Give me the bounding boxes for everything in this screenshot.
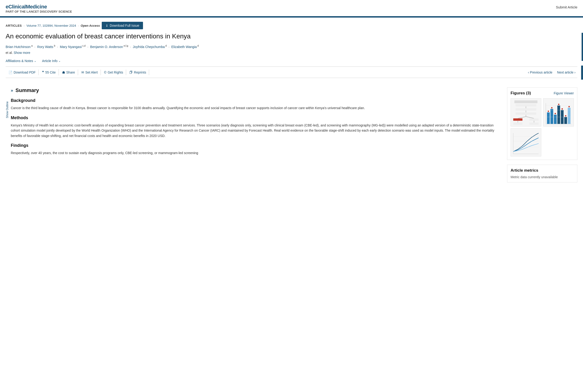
author-mary-nyangasi[interactable]: Mary Nyangasi	[60, 45, 82, 49]
svg-point-29	[558, 104, 559, 105]
toggles-row: Affiliations & Notes ⌄ Article Info ⌄	[6, 59, 577, 63]
chevron-right-icon: ›	[574, 70, 575, 74]
svg-point-26	[548, 111, 549, 112]
figure-2-thumb[interactable]	[543, 98, 574, 126]
svg-rect-19	[547, 112, 550, 124]
get-rights-label: Get Rights	[108, 70, 123, 74]
metrics-panel: Article metrics Metric data currently un…	[507, 164, 577, 182]
findings-heading: Findings	[11, 143, 501, 148]
brand-subtitle: Part of THE LANCET Discovery Science	[6, 10, 72, 13]
figure-2-svg	[543, 98, 574, 126]
figure-1-thumb[interactable]	[511, 98, 541, 126]
svg-rect-1	[514, 100, 537, 103]
download-pdf-button[interactable]: 📄 Download PDF	[6, 70, 39, 75]
reprints-icon: 🗍	[129, 70, 133, 74]
meta-open-access: Open Access	[81, 24, 100, 28]
author-joyfrida-chepchumba[interactable]: Joyfrida Chepchumba	[133, 45, 165, 49]
next-article-button[interactable]: Next article ›	[555, 70, 577, 75]
author-sep-5: ·	[169, 45, 170, 49]
rights-icon: ©	[104, 70, 106, 74]
affiliations-notes-toggle[interactable]: Affiliations & Notes ⌄	[6, 59, 36, 63]
svg-rect-24	[564, 117, 567, 124]
author-rory-watts[interactable]: Rory Watts	[37, 45, 54, 49]
meta-articles-label: ARTICLES	[6, 24, 22, 28]
reprints-button[interactable]: 🗍 Reprints	[127, 70, 149, 75]
findings-section: Findings Respectively, over 40 years, th…	[11, 143, 501, 156]
author-sup-2: b	[53, 44, 55, 47]
author-sep-3: ·	[87, 45, 89, 49]
figure-3-svg	[511, 128, 541, 156]
figures-panel: Figures (3) Figure Viewer	[507, 87, 577, 160]
author-benjamin-anderson[interactable]: Benjamin O. Anderson	[90, 45, 123, 49]
show-more-authors-link[interactable]: Show more	[14, 51, 30, 54]
meta-row: ARTICLES · Volume 77, 102894, November 2…	[6, 22, 577, 29]
expand-icon: »	[11, 88, 13, 93]
figure-3-thumb[interactable]	[511, 128, 541, 156]
side-tab	[581, 66, 583, 80]
previous-article-button[interactable]: ‹ Previous article	[526, 70, 554, 75]
metrics-unavailable-text: Metric data currently unavailable	[511, 175, 574, 179]
figures-title: Figures (3)	[511, 91, 531, 96]
brand-subtitle-italic: Discovery Science	[39, 10, 72, 13]
share-icon: ☗	[62, 70, 65, 74]
meta-dot-1: ·	[24, 24, 25, 28]
findings-text: Respectively, over 40 years, the cost to…	[11, 150, 501, 156]
summary-title: Summary	[16, 87, 39, 94]
author-sup-3: c,d	[82, 44, 86, 47]
article-info-toggle[interactable]: Article Info ⌄	[42, 59, 61, 63]
page-header: eClinicalMedicine Part of THE LANCET Dis…	[0, 0, 583, 17]
share-button[interactable]: ☗ Share	[59, 70, 78, 75]
pdf-icon: 📄	[9, 70, 13, 74]
svg-rect-25	[568, 108, 570, 124]
svg-rect-21	[554, 115, 557, 124]
share-label: Share	[66, 70, 75, 74]
svg-rect-4	[515, 108, 536, 111]
brand-subtitle-pre: Part of	[6, 10, 20, 13]
author-elizabeth-wangia[interactable]: Elizabeth Wangia	[171, 45, 197, 49]
show-outline-button[interactable]: Show Outline	[6, 102, 9, 118]
author-sup-4: e,f,g	[123, 44, 128, 47]
svg-point-30	[561, 108, 563, 110]
svg-rect-6	[515, 112, 536, 115]
metrics-title: Article metrics	[511, 168, 574, 173]
background-heading: Background	[11, 98, 501, 103]
author-sup-1: a	[31, 44, 33, 47]
article-info-label: Article Info	[42, 59, 58, 63]
figure-1-svg	[511, 98, 541, 126]
meta-volume[interactable]: Volume 77, 102894, November 2024	[27, 24, 76, 28]
cite-icon: ❝	[42, 70, 44, 74]
set-alert-label: Set Alert	[85, 70, 98, 74]
svg-rect-2	[515, 104, 536, 106]
svg-point-28	[555, 113, 556, 114]
submit-article-link[interactable]: Submit Article	[556, 5, 577, 9]
chevron-left-icon: ‹	[528, 70, 529, 74]
author-sep-4: ·	[130, 45, 132, 49]
cite-button[interactable]: ❝ 55 Cite	[39, 69, 59, 76]
get-rights-button[interactable]: © Get Rights	[101, 70, 126, 75]
affiliations-notes-label: Affiliations & Notes	[6, 59, 33, 63]
svg-point-31	[565, 115, 566, 116]
download-full-issue-button[interactable]: ⇓ Download Full Issue	[102, 22, 143, 29]
brand-subtitle-bold: THE LANCET	[20, 10, 39, 13]
reprints-label: Reprints	[134, 70, 146, 74]
chevron-down-icon-affiliations: ⌄	[34, 59, 36, 62]
author-brian-hutchinson[interactable]: Brian Hutchinson	[6, 45, 31, 49]
article-title: An economic evaluation of breast cancer …	[6, 32, 577, 40]
svg-rect-22	[557, 106, 560, 124]
cite-label: 55 Cite	[45, 70, 56, 74]
main-content-area: Show Outline » Summary Background Cancer…	[0, 83, 583, 182]
figure-viewer-link[interactable]: Figure Viewer	[554, 91, 574, 95]
author-sup-5: d	[165, 44, 167, 47]
svg-rect-20	[550, 109, 553, 124]
svg-point-27	[551, 107, 552, 109]
svg-rect-11	[529, 118, 538, 121]
alert-icon: ✉	[81, 70, 84, 74]
nav-buttons: ‹ Previous article Next article ›	[526, 70, 577, 75]
summary-header: » Summary	[11, 87, 501, 94]
figures-grid	[511, 98, 574, 156]
chevron-down-icon-info: ⌄	[58, 59, 61, 62]
set-alert-button[interactable]: ✉ Set Alert	[79, 70, 101, 75]
right-sidebar: Figures (3) Figure Viewer	[507, 87, 577, 182]
brand: eClinicalMedicine Part of THE LANCET Dis…	[6, 4, 72, 13]
article-body: » Summary Background Cancer is the third…	[11, 87, 507, 182]
